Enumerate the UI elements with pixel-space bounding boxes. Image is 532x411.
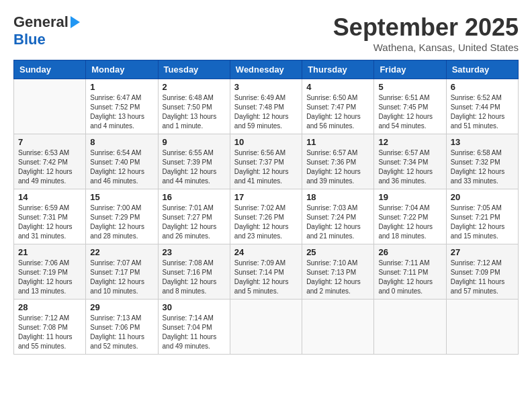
day-number: 19 [378,192,441,202]
day-number: 17 [234,192,298,202]
day-number: 24 [234,247,298,257]
calendar-cell: 22Sunrise: 7:07 AM Sunset: 7:17 PM Dayli… [86,244,158,300]
day-number: 29 [90,302,153,312]
day-info: Sunrise: 6:52 AM Sunset: 7:44 PM Dayligh… [451,93,514,131]
day-number: 25 [306,247,369,257]
calendar-cell: 5Sunrise: 6:51 AM Sunset: 7:45 PM Daylig… [374,79,446,134]
day-info: Sunrise: 7:01 AM Sunset: 7:27 PM Dayligh… [163,203,226,241]
day-info: Sunrise: 6:48 AM Sunset: 7:50 PM Dayligh… [163,93,226,131]
calendar-cell: 11Sunrise: 6:57 AM Sunset: 7:36 PM Dayli… [302,134,374,189]
page-header: General Blue September 2025 Wathena, Kan… [13,13,519,53]
day-info: Sunrise: 7:05 AM Sunset: 7:21 PM Dayligh… [451,203,514,241]
calendar-cell: 28Sunrise: 7:12 AM Sunset: 7:08 PM Dayli… [14,300,86,355]
calendar-cell: 8Sunrise: 6:54 AM Sunset: 7:40 PM Daylig… [86,134,158,189]
day-info: Sunrise: 6:53 AM Sunset: 7:42 PM Dayligh… [18,148,81,186]
day-info: Sunrise: 7:10 AM Sunset: 7:13 PM Dayligh… [306,259,369,296]
month-title: September 2025 [333,13,519,42]
calendar-week-row: 28Sunrise: 7:12 AM Sunset: 7:08 PM Dayli… [14,300,519,355]
day-number: 23 [163,247,226,257]
location-subtitle: Wathena, Kansas, United States [333,42,519,53]
day-info: Sunrise: 7:08 AM Sunset: 7:16 PM Dayligh… [163,259,226,296]
day-info: Sunrise: 7:12 AM Sunset: 7:08 PM Dayligh… [18,314,81,351]
calendar-cell: 23Sunrise: 7:08 AM Sunset: 7:16 PM Dayli… [158,244,230,300]
day-info: Sunrise: 7:14 AM Sunset: 7:04 PM Dayligh… [163,314,226,351]
calendar-cell: 14Sunrise: 6:59 AM Sunset: 7:31 PM Dayli… [14,189,86,244]
calendar-cell: 3Sunrise: 6:49 AM Sunset: 7:48 PM Daylig… [230,79,302,134]
calendar-cell: 1Sunrise: 6:47 AM Sunset: 7:52 PM Daylig… [86,79,158,134]
title-block: September 2025 Wathena, Kansas, United S… [333,13,519,53]
day-number: 6 [451,82,514,92]
weekday-header-thursday: Thursday [302,60,374,79]
calendar-cell [230,300,302,355]
logo-arrow-icon [71,16,80,28]
day-info: Sunrise: 6:50 AM Sunset: 7:47 PM Dayligh… [306,93,369,131]
calendar-cell [446,300,518,355]
day-info: Sunrise: 7:02 AM Sunset: 7:26 PM Dayligh… [234,203,298,241]
day-info: Sunrise: 7:03 AM Sunset: 7:24 PM Dayligh… [306,203,369,241]
calendar-cell: 18Sunrise: 7:03 AM Sunset: 7:24 PM Dayli… [302,189,374,244]
day-number: 4 [306,82,369,92]
day-info: Sunrise: 7:13 AM Sunset: 7:06 PM Dayligh… [90,314,153,351]
calendar-week-row: 21Sunrise: 7:06 AM Sunset: 7:19 PM Dayli… [14,244,519,300]
calendar-cell [374,300,446,355]
day-number: 14 [18,192,81,202]
logo-general-text: General [13,13,69,31]
calendar-cell: 2Sunrise: 6:48 AM Sunset: 7:50 PM Daylig… [158,79,230,134]
day-number: 22 [90,247,153,257]
day-info: Sunrise: 6:51 AM Sunset: 7:45 PM Dayligh… [378,93,441,131]
calendar-week-row: 14Sunrise: 6:59 AM Sunset: 7:31 PM Dayli… [14,189,519,244]
calendar-cell: 12Sunrise: 6:57 AM Sunset: 7:34 PM Dayli… [374,134,446,189]
day-number: 13 [451,137,514,147]
day-info: Sunrise: 6:47 AM Sunset: 7:52 PM Dayligh… [90,93,153,131]
calendar-cell: 27Sunrise: 7:12 AM Sunset: 7:09 PM Dayli… [446,244,518,300]
calendar-cell: 25Sunrise: 7:10 AM Sunset: 7:13 PM Dayli… [302,244,374,300]
weekday-header-saturday: Saturday [446,60,518,79]
calendar-week-row: 1Sunrise: 6:47 AM Sunset: 7:52 PM Daylig… [14,79,519,134]
calendar-cell [14,79,86,134]
weekday-header-wednesday: Wednesday [230,60,302,79]
day-number: 3 [234,82,298,92]
calendar-cell: 26Sunrise: 7:11 AM Sunset: 7:11 PM Dayli… [374,244,446,300]
day-info: Sunrise: 7:07 AM Sunset: 7:17 PM Dayligh… [90,259,153,296]
day-number: 1 [90,82,153,92]
weekday-header-friday: Friday [374,60,446,79]
day-number: 7 [18,137,81,147]
calendar-cell: 19Sunrise: 7:04 AM Sunset: 7:22 PM Dayli… [374,189,446,244]
day-info: Sunrise: 7:06 AM Sunset: 7:19 PM Dayligh… [18,259,81,296]
calendar-cell: 30Sunrise: 7:14 AM Sunset: 7:04 PM Dayli… [158,300,230,355]
day-number: 28 [18,302,81,312]
day-info: Sunrise: 6:59 AM Sunset: 7:31 PM Dayligh… [18,203,81,241]
weekday-header-sunday: Sunday [14,60,86,79]
calendar-cell: 21Sunrise: 7:06 AM Sunset: 7:19 PM Dayli… [14,244,86,300]
day-number: 2 [163,82,226,92]
calendar-header-row: SundayMondayTuesdayWednesdayThursdayFrid… [14,60,519,79]
day-number: 12 [378,137,441,147]
calendar-cell: 7Sunrise: 6:53 AM Sunset: 7:42 PM Daylig… [14,134,86,189]
calendar-cell: 16Sunrise: 7:01 AM Sunset: 7:27 PM Dayli… [158,189,230,244]
calendar-cell: 13Sunrise: 6:58 AM Sunset: 7:32 PM Dayli… [446,134,518,189]
calendar-table: SundayMondayTuesdayWednesdayThursdayFrid… [13,60,519,355]
day-number: 20 [451,192,514,202]
day-info: Sunrise: 7:11 AM Sunset: 7:11 PM Dayligh… [378,259,441,296]
day-number: 5 [378,82,441,92]
calendar-cell: 6Sunrise: 6:52 AM Sunset: 7:44 PM Daylig… [446,79,518,134]
day-info: Sunrise: 6:57 AM Sunset: 7:36 PM Dayligh… [306,148,369,186]
day-number: 26 [378,247,441,257]
calendar-cell: 20Sunrise: 7:05 AM Sunset: 7:21 PM Dayli… [446,189,518,244]
day-info: Sunrise: 7:12 AM Sunset: 7:09 PM Dayligh… [451,259,514,296]
day-info: Sunrise: 6:55 AM Sunset: 7:39 PM Dayligh… [163,148,226,186]
day-number: 21 [18,247,81,257]
calendar-cell: 9Sunrise: 6:55 AM Sunset: 7:39 PM Daylig… [158,134,230,189]
calendar-week-row: 7Sunrise: 6:53 AM Sunset: 7:42 PM Daylig… [14,134,519,189]
calendar-cell: 24Sunrise: 7:09 AM Sunset: 7:14 PM Dayli… [230,244,302,300]
day-number: 11 [306,137,369,147]
calendar-cell: 4Sunrise: 6:50 AM Sunset: 7:47 PM Daylig… [302,79,374,134]
day-info: Sunrise: 7:00 AM Sunset: 7:29 PM Dayligh… [90,203,153,241]
weekday-header-tuesday: Tuesday [158,60,230,79]
day-number: 18 [306,192,369,202]
calendar-cell: 17Sunrise: 7:02 AM Sunset: 7:26 PM Dayli… [230,189,302,244]
day-info: Sunrise: 7:04 AM Sunset: 7:22 PM Dayligh… [378,203,441,241]
day-number: 10 [234,137,298,147]
day-info: Sunrise: 6:49 AM Sunset: 7:48 PM Dayligh… [234,93,298,131]
day-number: 16 [163,192,226,202]
